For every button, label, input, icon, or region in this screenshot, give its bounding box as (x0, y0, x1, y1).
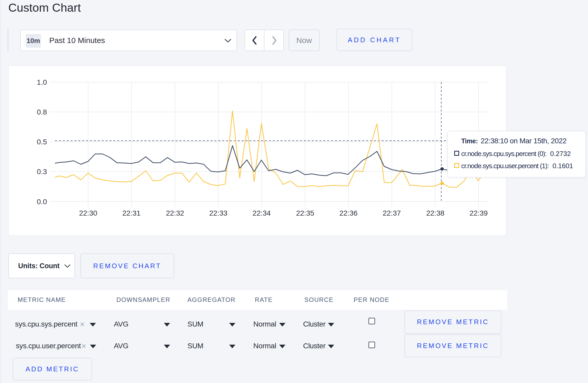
svg-text:22:38: 22:38 (426, 209, 444, 217)
svg-text:0.5: 0.5 (37, 138, 47, 146)
svg-text:22:32: 22:32 (166, 209, 184, 217)
svg-text:22:31: 22:31 (122, 209, 141, 217)
svg-text:22:36: 22:36 (339, 209, 358, 217)
svg-text:22:39: 22:39 (470, 209, 488, 217)
svg-text:22:37: 22:37 (383, 209, 401, 217)
svg-text:22:35: 22:35 (296, 209, 314, 217)
svg-text:0.0: 0.0 (37, 198, 47, 206)
svg-text:0.3: 0.3 (37, 168, 47, 176)
svg-text:22:33: 22:33 (209, 209, 227, 217)
svg-text:22:34: 22:34 (253, 209, 271, 217)
svg-text:22:30: 22:30 (79, 209, 97, 217)
svg-text:1.0: 1.0 (37, 78, 47, 86)
svg-text:0.8: 0.8 (37, 108, 47, 116)
